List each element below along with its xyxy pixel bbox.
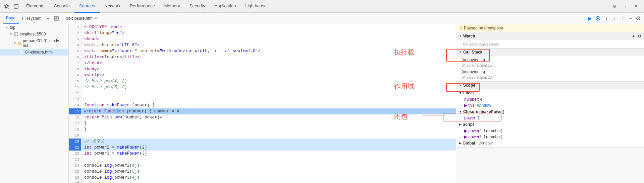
call-stack-content: (anonymous) 04-closure.html:15 (anonymou… <box>456 56 644 81</box>
watch-label: Watch <box>463 34 475 38</box>
code-line-11[interactable]: // Math.pow(5, 2) <box>82 84 456 90</box>
code-line-17[interactable]: } <box>82 120 456 126</box>
close-devtools-icon[interactable]: ✕ <box>632 2 640 10</box>
tab-filesystem[interactable]: Filesystem <box>19 13 45 24</box>
arrow-icon: ▼ <box>13 41 16 45</box>
devtools-icon-2[interactable] <box>12 2 20 10</box>
line-number-3: 3 <box>69 36 81 42</box>
tab-application[interactable]: Application <box>210 0 241 13</box>
line-number-15: 15 <box>69 108 81 114</box>
tab-network[interactable]: Network <box>100 0 125 13</box>
code-line-15[interactable]: ▶return function (number) { number = 4 <box>82 108 456 114</box>
code-line-8[interactable]: <body> <box>82 66 456 72</box>
line-number-13: 13 <box>69 96 81 102</box>
tab-lighthouse[interactable]: Lighthouse <box>240 0 271 13</box>
line-number-22: 22 <box>69 151 81 157</box>
scope-header[interactable]: ▼ Scope <box>456 82 644 89</box>
step-out-icon[interactable]: ↑ <box>619 15 625 21</box>
code-line-21[interactable]: let power2 = makePower(2) <box>82 145 456 151</box>
line-number-4: 4 <box>69 42 81 48</box>
tab-elements[interactable]: Elements <box>21 0 49 13</box>
more-tabs-icon[interactable]: » <box>45 15 51 21</box>
code-line-26[interactable]: console.log(power3(4)) <box>82 175 456 181</box>
step-icon[interactable]: → <box>627 15 633 21</box>
code-line-16[interactable]: return Math.pow(number, power)▶ <box>82 114 456 120</box>
scope-closure-header[interactable]: ▼ Closure (makePower) <box>456 108 644 115</box>
settings-icon[interactable]: ⚙ <box>610 2 619 10</box>
tab-sources[interactable]: Sources <box>74 0 100 13</box>
code-line-1[interactable]: <!DOCTYPE html> <box>82 24 456 30</box>
call-stack-label: Call Stack <box>463 50 482 55</box>
watch-add-btn[interactable]: + <box>632 33 635 39</box>
code-line-12[interactable] <box>82 90 456 96</box>
code-line-13[interactable] <box>82 96 456 102</box>
code-line-14[interactable]: function makePower (power) { <box>82 102 456 108</box>
sidebar-file-label: 04-closure.html <box>25 50 53 55</box>
file-tab-closure[interactable]: 04-closure.html ✕ <box>62 14 101 23</box>
scope-label: Scope <box>463 83 475 88</box>
line-number-7: 7 <box>69 60 81 66</box>
scope-local-label: Local <box>463 91 474 95</box>
tab-security[interactable]: Security <box>185 0 210 13</box>
code-line-18[interactable]: } <box>82 126 456 132</box>
code-line-4[interactable]: <meta charset="UTF-8"> <box>82 42 456 48</box>
watch-header[interactable]: ▼ Watch + ↺ <box>456 32 644 40</box>
scope-global-header[interactable]: ▶ Global Window <box>456 140 644 147</box>
code-line-27[interactable] <box>82 181 456 183</box>
watch-section: ▼ Watch + ↺ No watch expressions <box>456 32 644 49</box>
devtools-icon-1[interactable] <box>3 2 11 10</box>
code-line-3[interactable]: <head> <box>82 36 456 42</box>
scope-prop-this[interactable]: ▶ this: Window <box>456 102 644 108</box>
code-line-20[interactable]: // 求平方 <box>82 139 456 145</box>
deactivate-breakpoints-icon[interactable] <box>635 15 641 21</box>
code-line-24[interactable]: console.log(power2(4)) <box>82 163 456 169</box>
code-line-10[interactable]: // Math.pow(4, 2) <box>82 78 456 84</box>
file-tab-close[interactable]: ✕ <box>95 16 97 20</box>
code-line-23[interactable] <box>82 157 456 163</box>
sidebar-item-top[interactable]: ▼ top <box>0 24 68 31</box>
prop-name-power3: ▶ power3 <box>464 134 482 139</box>
call-stack-meta-1: 04-closure.html:23 <box>456 75 644 81</box>
line-number-11: 11 <box>69 84 81 90</box>
scope-script-header[interactable]: ▶ Script <box>456 121 644 128</box>
sidebar-item-folder[interactable]: ▼ ▤ prepare/01-01-study-ma <box>0 37 68 49</box>
scope-prop-power3: ▶ power3: f (number) <box>456 134 644 140</box>
tab-memory[interactable]: Memory <box>160 0 185 13</box>
code-line-5[interactable]: <meta name="viewport" content="width=dev… <box>82 48 456 54</box>
sidebar-item-file[interactable]: 📄 04-closure.html <box>0 49 68 56</box>
code-line-2[interactable]: <html lang="en"> <box>82 30 456 36</box>
line-number-20: 20 <box>69 139 81 145</box>
sidebar-item-localhost[interactable]: ▼ localhost:5500 <box>0 31 68 37</box>
resume-icon[interactable] <box>595 15 601 21</box>
server-icon <box>14 32 18 36</box>
line-number-14: 14 <box>69 102 81 108</box>
scope-local-header[interactable]: ▼ Local <box>456 90 644 96</box>
scope-global-value: Window <box>478 141 493 146</box>
tab-page[interactable]: Page <box>3 13 19 24</box>
code-line-9[interactable]: <script> <box>82 72 456 78</box>
line-number-27: 27 <box>69 181 81 183</box>
new-file-icon[interactable] <box>53 15 59 21</box>
call-stack-header[interactable]: ▼ Call Stack <box>456 49 644 56</box>
code-line-7[interactable]: </head> <box>82 60 456 66</box>
prop-name-this: ▶ this <box>464 103 475 108</box>
tab-console[interactable]: Console <box>49 0 74 13</box>
tab-performance[interactable]: Performance <box>125 0 159 13</box>
code-lines[interactable]: <!DOCTYPE html><html lang="en"><head> <m… <box>82 24 456 183</box>
watch-refresh-btn[interactable]: ↺ <box>638 34 641 39</box>
line-number-1: 1 <box>69 24 81 30</box>
code-line-25[interactable]: console.log(power2(5)) <box>82 169 456 175</box>
code-line-6[interactable]: <title>closure</title> <box>82 54 456 60</box>
call-stack-item-0[interactable]: (anonymous) <box>456 57 644 63</box>
code-line-22[interactable]: let power3 = makePower(3) <box>82 151 456 157</box>
step-over-icon[interactable]: ⤵ <box>603 15 609 21</box>
call-stack-item-1[interactable]: (anonymous) <box>456 69 644 75</box>
run-icon[interactable]: ▶ <box>587 15 593 21</box>
watch-empty-text: No watch expressions <box>456 41 644 48</box>
line-number-17: 17 <box>69 120 81 126</box>
global-arrow: ▶ <box>459 142 461 145</box>
more-options-icon[interactable]: ⋮ <box>621 2 629 10</box>
code-line-19[interactable] <box>82 132 456 139</box>
scope-prop-number: number: 4 <box>456 96 644 102</box>
step-into-icon[interactable]: ↓ <box>611 15 617 21</box>
